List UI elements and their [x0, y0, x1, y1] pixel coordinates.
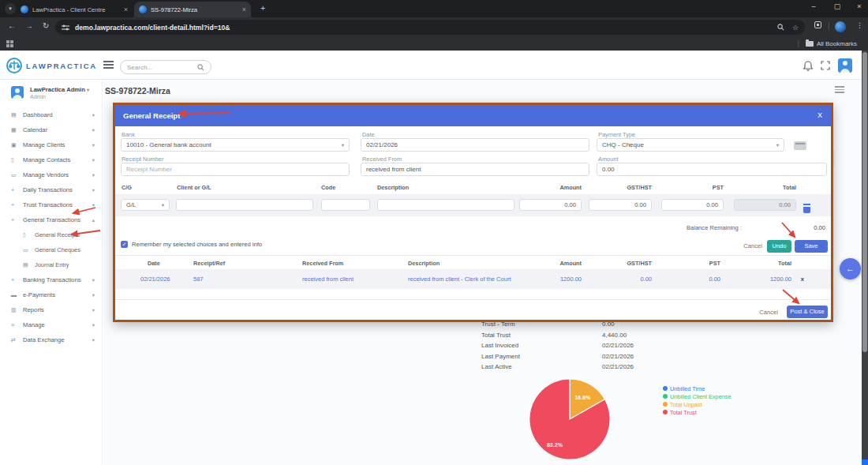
sidebar-item-trust-transactions[interactable]: + Trust Transactions ▾: [0, 197, 103, 212]
sidebar-item-icon: ▯: [11, 157, 23, 163]
search-input[interactable]: [127, 64, 197, 71]
sidebar-item-calendar[interactable]: ▦ Calendar ▾: [0, 122, 103, 137]
delete-row-icon[interactable]: x: [801, 269, 804, 289]
sidebar-item-dashboard[interactable]: ▤ Dashboard ▾: [0, 107, 103, 122]
zoom-icon[interactable]: [777, 24, 784, 31]
column-header: Amount: [559, 184, 582, 191]
global-search[interactable]: [120, 60, 211, 74]
code-input[interactable]: [321, 199, 370, 211]
post-and-close-button[interactable]: Post & Close: [787, 306, 828, 318]
sidebar-item-general-cheques[interactable]: ▭ General Cheques: [0, 242, 103, 257]
legend-item[interactable]: Unbilled Client Expense: [663, 392, 731, 400]
chevron-icon[interactable]: ▴: [92, 217, 95, 223]
chevron-icon[interactable]: ▾: [92, 202, 95, 208]
window-close-button[interactable]: ×: [852, 2, 866, 10]
sidebar-item-manage[interactable]: ≡ Manage ▾: [0, 317, 103, 332]
save-receipt-button[interactable]: Save Receipt: [795, 240, 828, 253]
sidebar-user[interactable]: LawPractica Admin ▾ Admin: [11, 86, 89, 99]
url-field[interactable]: demo.lawpractica.com/client-detail.html?…: [55, 20, 805, 35]
chevron-icon[interactable]: ▾: [92, 112, 95, 118]
chevron-icon[interactable]: ▾: [92, 172, 95, 178]
scrollbar-thumb[interactable]: [862, 52, 867, 352]
sidebar-item-general-transactions[interactable]: + General Transactions ▴: [0, 212, 103, 227]
chevron-icon[interactable]: ▾: [92, 142, 95, 148]
browser-tab-client-centre[interactable]: LawPractica - Client Centre ×: [16, 2, 133, 17]
cancel-button[interactable]: Cancel: [743, 242, 762, 249]
footer-cancel-button[interactable]: Cancel: [759, 309, 778, 316]
sidebar-item-manage-vendors[interactable]: ▭ Manage Vendors ▾: [0, 167, 103, 182]
site-info-icon[interactable]: [62, 24, 69, 31]
sidebar-item-general-receipts[interactable]: ▯ General Receipts: [0, 227, 103, 242]
page-menu-icon[interactable]: [835, 86, 844, 95]
chevron-icon[interactable]: ▾: [92, 307, 95, 313]
sidebar-item-manage-clients[interactable]: ▣ Manage Clients ▾: [0, 137, 103, 152]
chevron-icon[interactable]: ▾: [92, 277, 95, 283]
sidebar-item-journal-entry[interactable]: ▤ Journal Entry: [0, 257, 103, 272]
browser-menu-icon[interactable]: ⋮: [856, 21, 863, 29]
chevron-icon[interactable]: ▾: [92, 157, 95, 163]
legend-item[interactable]: Unbilled Time: [663, 384, 731, 392]
chevron-icon[interactable]: ▾: [92, 127, 95, 133]
fullscreen-icon[interactable]: [821, 61, 830, 70]
legend-item[interactable]: Total Trust: [663, 408, 731, 416]
balance-remaining-value: 0.00: [814, 224, 825, 231]
date-input[interactable]: [361, 138, 589, 152]
tab-close-icon[interactable]: ×: [242, 6, 246, 13]
gst-hst-input[interactable]: [589, 199, 652, 211]
tab-close-icon[interactable]: ×: [124, 6, 128, 13]
sidebar-item-icon: +: [11, 202, 23, 208]
chevron-icon[interactable]: ▾: [92, 322, 95, 328]
received-from-input[interactable]: [361, 163, 589, 176]
window-minimize-button[interactable]: –: [806, 2, 821, 10]
floating-back-button[interactable]: ←: [840, 258, 861, 279]
receipt-number-input[interactable]: [121, 163, 350, 176]
line-amount-input[interactable]: [519, 199, 582, 211]
sidebar-toggle-icon[interactable]: [103, 61, 114, 71]
remember-checkbox-row[interactable]: ✓ Remember my selected choices and enter…: [121, 241, 262, 248]
description-input[interactable]: [377, 199, 514, 211]
all-bookmarks-button[interactable]: | All Bookmarks: [798, 39, 857, 47]
browser-scrollbar[interactable]: [862, 51, 868, 465]
chevron-icon[interactable]: ▾: [92, 187, 95, 193]
sidebar-item-data-exchange[interactable]: ⇄ Data Exchange ▾: [0, 332, 103, 347]
lawpractica-logo[interactable]: LAWPRACTICA: [6, 58, 97, 73]
remember-label: Remember my selected choices and entered…: [132, 241, 262, 248]
new-tab-button[interactable]: +: [260, 3, 265, 13]
sidebar-item-banking-transactions[interactable]: + Banking Transactions ▾: [0, 272, 103, 287]
apps-grid-icon[interactable]: [6, 40, 13, 47]
payment-type-select[interactable]: CHQ - Cheque▾: [597, 138, 784, 152]
modal-close-button[interactable]: X: [817, 111, 822, 119]
client-or-gl-input[interactable]: [176, 199, 313, 211]
sidebar-item-label: Journal Entry: [35, 261, 69, 268]
tab-search-button[interactable]: ▾: [5, 3, 16, 14]
search-icon[interactable]: [197, 64, 204, 71]
chevron-icon[interactable]: ▾: [92, 337, 95, 343]
sidebar-item-daily-transactions[interactable]: + Daily Transactions ▾: [0, 182, 103, 197]
sidebar-item-manage-contacts[interactable]: ▯ Manage Contacts ▾: [0, 152, 103, 167]
posted-receipt-row[interactable]: 02/21/2026 587 received from client rece…: [115, 269, 831, 289]
bookmark-star-icon[interactable]: ☆: [792, 24, 799, 32]
amount-input[interactable]: [597, 163, 827, 176]
sidebar-item-e-payments[interactable]: ▬ e-Payments ▾: [0, 287, 103, 302]
checkbox-checked-icon[interactable]: ✓: [121, 241, 128, 248]
column-header: GST/HST: [627, 260, 652, 267]
forward-icon[interactable]: →: [25, 21, 33, 30]
cheque-icon[interactable]: [794, 141, 806, 150]
user-avatar[interactable]: [838, 58, 852, 73]
back-icon[interactable]: ←: [8, 21, 16, 30]
browser-profile-avatar[interactable]: [835, 21, 846, 32]
sidebar-item-reports[interactable]: ▥ Reports ▾: [0, 302, 103, 317]
pst-input[interactable]: [661, 199, 724, 211]
legend-item[interactable]: Total Unpaid: [663, 400, 731, 408]
notifications-bell-icon[interactable]: [803, 61, 813, 71]
bank-select[interactable]: 10010 - General bank account▾: [121, 138, 350, 152]
undo-button[interactable]: Undo: [767, 240, 791, 253]
chevron-icon[interactable]: ▾: [92, 292, 95, 298]
browser-tab-matter[interactable]: SS-978722-Mirza ×: [134, 2, 251, 17]
cg-select[interactable]: G/L▾: [121, 199, 170, 211]
tab-groups-icon[interactable]: [814, 21, 821, 28]
modal-titlebar: General Receipt X: [115, 105, 831, 126]
reload-icon[interactable]: ↻: [43, 21, 49, 30]
window-maximize-button[interactable]: ▢: [830, 2, 844, 10]
trash-icon[interactable]: [803, 204, 810, 212]
